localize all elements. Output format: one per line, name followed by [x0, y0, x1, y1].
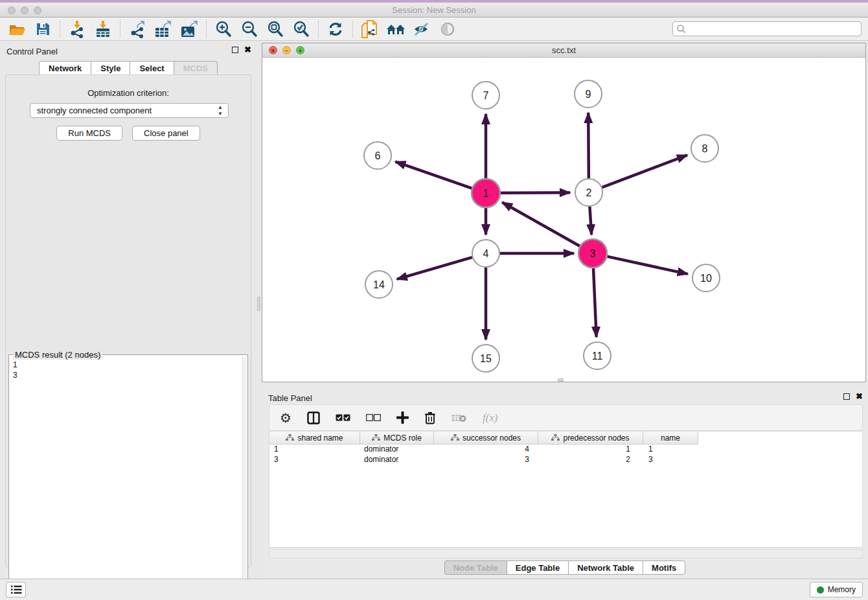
export-network-button[interactable]	[124, 19, 150, 40]
run-mcds-button[interactable]: Run MCDS	[56, 126, 122, 141]
graph-edge-3-1[interactable]	[502, 202, 580, 246]
graph-edge-2-3[interactable]	[589, 207, 591, 235]
tab-edge-table[interactable]: Edge Table	[507, 560, 568, 575]
float-panel-icon[interactable]	[232, 47, 238, 53]
graph-node-label: 1	[483, 188, 489, 199]
table-cell[interactable]: 1	[269, 444, 360, 455]
table-row[interactable]: 3dominator323	[269, 455, 862, 465]
graph-edge-2-9[interactable]	[588, 113, 589, 178]
zoom-in-button[interactable]	[211, 19, 236, 40]
vertical-splitter[interactable]	[257, 41, 262, 573]
close-table-panel-icon[interactable]: ✖	[856, 393, 863, 400]
task-history-button[interactable]	[6, 582, 26, 597]
search-input[interactable]	[687, 23, 861, 35]
zoom-fit-button[interactable]	[262, 19, 288, 40]
settings-gear-icon: ⚙	[280, 410, 291, 426]
table-cell[interactable]: dominator	[360, 455, 434, 465]
graph-edge-3-11[interactable]	[593, 268, 597, 337]
open-file-icon	[8, 21, 26, 38]
export-image-button[interactable]	[176, 19, 202, 40]
table-cell[interactable]: 4	[434, 444, 538, 455]
column-header-predecessor-nodes[interactable]: predecessor nodes	[538, 432, 643, 444]
graph-node-label: 7	[483, 90, 489, 101]
network-titlebar[interactable]: × − + scc.txt	[262, 43, 865, 58]
graph-edge-2-8[interactable]	[602, 155, 687, 187]
clone-network-button[interactable]	[357, 19, 383, 40]
tab-network-table[interactable]: Network Table	[568, 560, 643, 575]
network-canvas[interactable]: 7968124314101511	[262, 58, 865, 382]
close-panel-button[interactable]: Close panel	[132, 126, 200, 141]
network-overview-icon	[385, 21, 406, 37]
column-header-successor-nodes[interactable]: successor nodes	[434, 432, 538, 444]
function-builder-button[interactable]: f(x)	[483, 411, 498, 424]
graph-node-label: 10	[700, 273, 712, 284]
graph-edge-1-6[interactable]	[395, 162, 472, 189]
open-file-button[interactable]	[4, 19, 30, 40]
column-header-name[interactable]: name	[643, 432, 698, 444]
tab-node-table[interactable]: Node Table	[444, 560, 507, 575]
save-session-button[interactable]	[30, 19, 56, 40]
table-cell[interactable]: 3	[269, 455, 360, 465]
zoom-in-icon	[214, 20, 233, 38]
float-table-panel-icon[interactable]	[843, 393, 850, 400]
export-image-icon	[179, 20, 199, 38]
zoom-out-icon	[240, 20, 258, 38]
deselect-all-button[interactable]	[366, 414, 381, 421]
export-table-button[interactable]	[150, 19, 176, 40]
tab-motifs[interactable]: Motifs	[643, 560, 685, 575]
close-panel-icon[interactable]: ✖	[244, 47, 251, 53]
import-table-button[interactable]	[90, 19, 116, 40]
select-all-button[interactable]	[336, 414, 350, 421]
memory-button[interactable]: Memory	[810, 582, 863, 597]
select-all-icon	[336, 414, 350, 421]
zoom-fit-icon	[266, 20, 284, 38]
table-cell[interactable]: 3	[643, 455, 698, 465]
column-layout-button[interactable]	[307, 411, 320, 424]
tab-mcds[interactable]: MCDS	[174, 61, 218, 75]
import-network-button[interactable]	[64, 19, 90, 40]
network-overview-button[interactable]	[383, 19, 409, 40]
canvas-splitter-handle[interactable]	[558, 378, 564, 382]
graph-edge-3-10[interactable]	[606, 257, 687, 274]
column-header-mcds-role[interactable]: MCDS role	[360, 432, 434, 444]
delete-column-button[interactable]	[424, 411, 436, 424]
table-cell[interactable]: dominator	[360, 444, 434, 455]
show-panels-button[interactable]	[435, 19, 461, 40]
zoom-selected-button[interactable]	[288, 19, 314, 40]
search-icon	[676, 24, 687, 34]
zoom-selected-icon	[292, 20, 310, 38]
splitter-handle[interactable]	[257, 297, 260, 311]
table-cell[interactable]: 2	[538, 455, 643, 465]
table-cell[interactable]: 3	[434, 455, 538, 465]
graph-edge-4-14[interactable]	[397, 257, 472, 279]
graph-edge-1-2[interactable]	[500, 192, 570, 193]
tab-style[interactable]: Style	[91, 61, 130, 75]
table-cell[interactable]: 1	[643, 444, 698, 455]
add-column-button[interactable]	[396, 411, 409, 424]
table-row[interactable]: 1dominator411	[269, 444, 862, 455]
settings-gear-button[interactable]: ⚙	[280, 410, 291, 426]
search-box[interactable]	[672, 21, 862, 36]
mcds-result-text[interactable]: 1 3	[10, 358, 242, 597]
task-list-icon	[10, 584, 22, 595]
tab-network[interactable]: Network	[39, 61, 91, 75]
delete-table-button[interactable]	[451, 413, 467, 423]
delete-column-icon	[424, 411, 436, 424]
refresh-icon	[327, 21, 344, 38]
hide-panels-icon	[413, 21, 431, 37]
table-cell[interactable]: 1	[538, 444, 643, 455]
hierarchy-icon	[551, 434, 560, 441]
export-table-icon	[154, 20, 173, 38]
table-toolbar: ⚙	[269, 404, 863, 431]
column-header-shared-name[interactable]: shared name	[269, 432, 360, 444]
chevron-updown-icon: ▲▼	[218, 104, 223, 117]
tab-select[interactable]: Select	[130, 61, 173, 75]
hide-panels-button[interactable]	[409, 19, 435, 40]
toolbar-separator	[120, 21, 120, 38]
zoom-out-button[interactable]	[236, 19, 262, 40]
graph-node-label: 11	[592, 351, 603, 362]
refresh-button[interactable]	[323, 19, 348, 40]
table-hscrollbar[interactable]	[269, 549, 863, 559]
optimization-criterion-select[interactable]: strongly connected component ▲▼	[30, 103, 229, 118]
result-scrollbar[interactable]	[242, 357, 247, 597]
